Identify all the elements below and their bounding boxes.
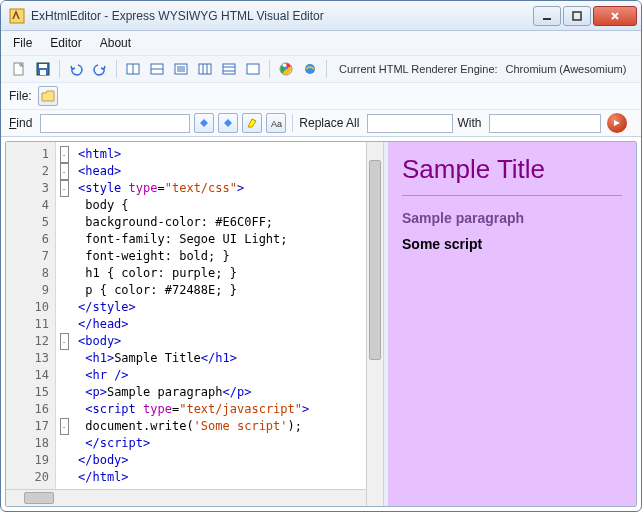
code-line[interactable]: h1 { color: purple; }: [78, 265, 360, 282]
scroll-thumb[interactable]: [369, 160, 381, 360]
line-number: 15: [6, 384, 55, 401]
close-button[interactable]: [593, 6, 637, 26]
scroll-thumb[interactable]: [24, 492, 54, 504]
maximize-button[interactable]: [563, 6, 591, 26]
line-gutter: 123456789101112131415161718192021: [6, 142, 56, 506]
toolbar-separator: [326, 60, 327, 78]
chrome-icon[interactable]: [276, 59, 296, 79]
match-case-button[interactable]: Aa: [266, 113, 286, 133]
line-number: 4: [6, 197, 55, 214]
window-title: ExHtmlEditor - Express WYSIWYG HTML Visu…: [31, 9, 533, 23]
fold-cell[interactable]: -: [56, 180, 72, 197]
layout-split-v-icon[interactable]: [147, 59, 167, 79]
svg-rect-6: [40, 70, 46, 75]
ie-icon[interactable]: [300, 59, 320, 79]
svg-rect-1: [543, 18, 551, 20]
toolbar-separator: [269, 60, 270, 78]
fold-cell: [56, 282, 72, 299]
find-prev-button[interactable]: [218, 113, 238, 133]
save-icon[interactable]: [33, 59, 53, 79]
layout-list-icon[interactable]: [171, 59, 191, 79]
fold-cell[interactable]: -: [56, 163, 72, 180]
code-line[interactable]: background-color: #E6C0FF;: [78, 214, 360, 231]
replace-label: Replace All: [299, 116, 359, 130]
highlight-button[interactable]: [242, 113, 262, 133]
fold-toggle-icon[interactable]: -: [60, 146, 69, 163]
fold-cell[interactable]: -: [56, 418, 72, 435]
code-line[interactable]: </script>: [78, 435, 360, 452]
fold-cell: [56, 367, 72, 384]
menu-file[interactable]: File: [13, 36, 32, 50]
fold-toggle-icon[interactable]: -: [60, 163, 69, 180]
vertical-scrollbar[interactable]: [366, 142, 383, 506]
code-area[interactable]: <html><head><style type="text/css"> body…: [72, 142, 366, 506]
fold-cell[interactable]: -: [56, 146, 72, 163]
redo-icon[interactable]: [90, 59, 110, 79]
line-number: 20: [6, 469, 55, 486]
code-line[interactable]: font-family: Segoe UI Light;: [78, 231, 360, 248]
minimize-button[interactable]: [533, 6, 561, 26]
line-number: 19: [6, 452, 55, 469]
code-line[interactable]: p { color: #72488E; }: [78, 282, 360, 299]
horizontal-scrollbar[interactable]: [6, 489, 366, 506]
line-number: 10: [6, 299, 55, 316]
svg-rect-15: [199, 64, 211, 74]
svg-rect-21: [247, 64, 259, 74]
line-number: 7: [6, 248, 55, 265]
svg-text:Aa: Aa: [271, 119, 282, 129]
code-editor[interactable]: 123456789101112131415161718192021 ----- …: [6, 142, 384, 506]
fold-toggle-icon[interactable]: -: [60, 333, 69, 350]
preview-paragraph: Sample paragraph: [402, 210, 622, 226]
findbar-separator: [292, 114, 293, 132]
line-number: 9: [6, 282, 55, 299]
find-input[interactable]: [40, 114, 190, 133]
preview-hr: [402, 195, 622, 196]
find-label: Find: [9, 116, 32, 130]
code-line[interactable]: body {: [78, 197, 360, 214]
layout-single-icon[interactable]: [243, 59, 263, 79]
menu-about[interactable]: About: [100, 36, 131, 50]
code-line[interactable]: <script type="text/javascript">: [78, 401, 360, 418]
fold-cell: [56, 197, 72, 214]
fold-cell: [56, 265, 72, 282]
app-window: ExHtmlEditor - Express WYSIWYG HTML Visu…: [0, 0, 642, 512]
window-controls: [533, 6, 637, 26]
menu-editor[interactable]: Editor: [50, 36, 81, 50]
layout-rows-icon[interactable]: [219, 59, 239, 79]
code-line[interactable]: </style>: [78, 299, 360, 316]
open-folder-button[interactable]: [38, 86, 58, 106]
fold-cell[interactable]: -: [56, 333, 72, 350]
with-input[interactable]: [489, 114, 601, 133]
line-number: 5: [6, 214, 55, 231]
menubar: File Editor About: [1, 31, 641, 55]
layout-split-h-icon[interactable]: [123, 59, 143, 79]
fold-cell: [56, 401, 72, 418]
file-label: File:: [9, 89, 32, 103]
fold-cell: [56, 316, 72, 333]
code-line[interactable]: <html>: [78, 146, 360, 163]
code-line[interactable]: </head>: [78, 316, 360, 333]
code-line[interactable]: </html>: [78, 469, 360, 486]
line-number: 13: [6, 350, 55, 367]
new-file-icon[interactable]: [9, 59, 29, 79]
find-next-button[interactable]: [194, 113, 214, 133]
code-line[interactable]: <body>: [78, 333, 360, 350]
line-number: 14: [6, 367, 55, 384]
code-line[interactable]: <h1>Sample Title</h1>: [78, 350, 360, 367]
code-line[interactable]: <p>Sample paragraph</p>: [78, 384, 360, 401]
code-line[interactable]: <hr />: [78, 367, 360, 384]
code-line[interactable]: document.write('Some script');: [78, 418, 360, 435]
fold-cell: [56, 452, 72, 469]
code-line[interactable]: </body>: [78, 452, 360, 469]
undo-icon[interactable]: [66, 59, 86, 79]
code-line[interactable]: <head>: [78, 163, 360, 180]
fold-toggle-icon[interactable]: -: [60, 180, 69, 197]
replace-go-button[interactable]: [607, 113, 627, 133]
fold-toggle-icon[interactable]: -: [60, 418, 69, 435]
fold-cell: [56, 214, 72, 231]
fold-cell: [56, 384, 72, 401]
code-line[interactable]: font-weight: bold; }: [78, 248, 360, 265]
replace-input[interactable]: [367, 114, 453, 133]
code-line[interactable]: <style type="text/css">: [78, 180, 360, 197]
layout-columns-icon[interactable]: [195, 59, 215, 79]
